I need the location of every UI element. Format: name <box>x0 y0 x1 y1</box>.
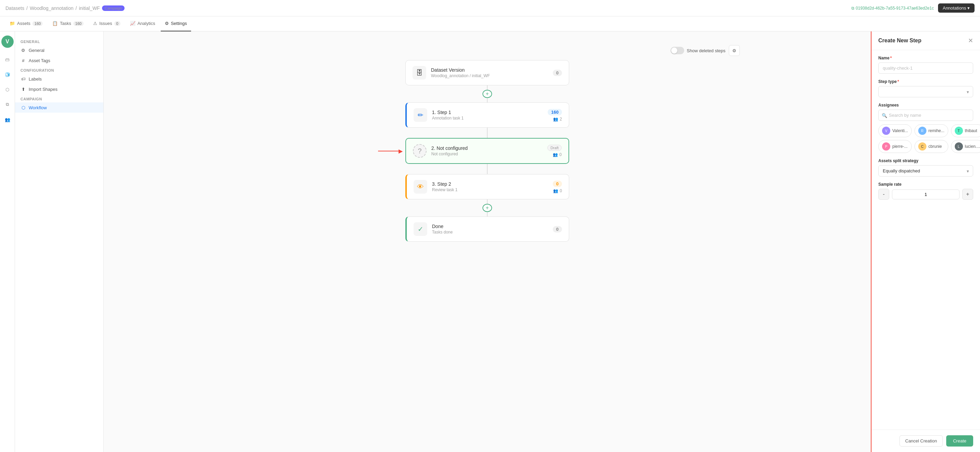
tab-tasks[interactable]: 📋 Tasks 160 <box>48 16 88 32</box>
name-field-group: Name* <box>878 56 973 74</box>
tab-analytics[interactable]: 📈 Analytics <box>126 16 159 32</box>
assignee-chip-lucien[interactable]: L lucien.... <box>951 140 980 153</box>
sidebar-general-label: General <box>15 37 103 45</box>
tab-issues[interactable]: ⚠ Issues 0 <box>89 16 124 32</box>
panel-header: Create New Step ✕ <box>872 32 980 50</box>
split-strategy-label: Assets split strategy <box>878 158 973 163</box>
assignee-pierre-label: pierre-... <box>892 144 908 149</box>
canvas-toolbar: Show deleted steps ⚙ <box>104 42 746 59</box>
show-deleted-label: Show deleted steps <box>687 48 725 53</box>
tab-settings[interactable]: ⚙ Settings <box>161 16 191 32</box>
tab-assets[interactable]: 📁 Assets 160 <box>5 16 47 32</box>
step2-icon: 👁 <box>414 180 427 194</box>
nav-datasets[interactable]: 🗃 <box>2 53 14 65</box>
assignee-thibaut-label: thibaut <box>965 128 977 133</box>
assignees-search-input[interactable] <box>878 110 973 121</box>
tab-tasks-count: 160 <box>73 21 84 26</box>
panel-title: Create New Step <box>878 38 921 44</box>
commit-id[interactable]: ⧉ 01938d2d-462b-7a55-9173-47ae63ed2e1c <box>851 6 934 11</box>
workflow-canvas: Show deleted steps ⚙ 🗄 Dataset Version W… <box>104 32 871 452</box>
assignees-label: Assignees <box>878 103 973 108</box>
breadcrumb-datasets[interactable]: Datasets <box>5 5 24 11</box>
nav-models[interactable]: 🧊 <box>2 68 14 81</box>
workflow-node-step2[interactable]: 👁 3. Step 2 Review task 1 0 👥 0 <box>406 174 569 199</box>
canvas-gear-button[interactable]: ⚙ <box>729 45 740 56</box>
not-configured-icon: ? <box>413 144 426 158</box>
issues-icon: ⚠ <box>93 21 97 26</box>
add-step-btn-2[interactable]: + <box>482 204 492 212</box>
annotations-button[interactable]: Annotations ▾ <box>938 3 975 13</box>
sidebar-item-workflow[interactable]: ⬡ Workflow <box>15 102 103 113</box>
app-logo: V <box>2 35 14 48</box>
assignee-chip-valenti[interactable]: V Valenti... <box>878 124 912 137</box>
breadcrumb-sep1: / <box>26 5 28 11</box>
sidebar-config-label: Configuration <box>15 65 103 74</box>
create-button[interactable]: Create <box>946 435 973 447</box>
done-icon: ✓ <box>414 222 427 236</box>
tasks-icon: 📋 <box>52 21 58 26</box>
step-type-select[interactable] <box>878 86 973 97</box>
avatar-remihe: R <box>918 127 926 135</box>
assignee-chip-remihe[interactable]: R remihe... <box>915 124 948 137</box>
sidebar-item-labels[interactable]: 🏷 Labels <box>15 74 103 84</box>
add-step-btn-1[interactable]: + <box>482 90 492 98</box>
settings-icon: ⚙ <box>165 21 169 26</box>
name-input[interactable] <box>878 62 973 74</box>
sidebar-item-import-shapes[interactable]: ⬆ Import Shapes <box>15 84 103 94</box>
labels-icon: 🏷 <box>21 76 26 81</box>
step-type-label: Step type* <box>878 79 973 84</box>
panel-close-button[interactable]: ✕ <box>968 37 973 45</box>
step2-assignee-count: 0 <box>560 188 562 193</box>
show-deleted-toggle[interactable] <box>670 47 684 54</box>
sidebar-item-general[interactable]: ⚙ General <box>15 45 103 55</box>
assignee-chip-cbrunie[interactable]: C cbrunie <box>915 140 948 153</box>
step1-assignee-count: 2 <box>560 117 562 121</box>
nav-people[interactable]: 👥 <box>2 113 14 126</box>
tab-assets-label: Assets <box>17 21 30 26</box>
main-layout: V 🗃 🧊 ⬡ ⧉ 👥 General ⚙ General # Asset Ta… <box>0 32 980 452</box>
step-type-field-group: Step type* <box>878 79 973 97</box>
step1-subtitle: Annotation task 1 <box>432 116 543 121</box>
assignee-chip-thibaut[interactable]: T thibaut <box>951 124 980 137</box>
workflow-node-done[interactable]: ✓ Done Tasks done 0 <box>406 216 569 242</box>
sample-rate-minus-btn[interactable]: - <box>878 189 889 200</box>
step2-count: 0 <box>553 181 562 187</box>
sidebar-item-asset-tags[interactable]: # Asset Tags <box>15 55 103 65</box>
nav-pipelines[interactable]: ⬡ <box>2 83 14 95</box>
search-icon: 🔍 <box>882 113 887 118</box>
assignee-remihe-label: remihe... <box>929 128 945 133</box>
sample-rate-label: Sample rate <box>878 182 973 187</box>
assignee-chip-pierre[interactable]: P pierre-... <box>878 140 912 153</box>
workflow-node-dataset[interactable]: 🗄 Dataset Version Woodlog_annotation / i… <box>406 60 569 85</box>
campaign-badge: Campaign <box>102 5 124 11</box>
breadcrumb-woodlog[interactable]: Woodlog_annotation <box>30 5 73 11</box>
assets-icon: 📁 <box>10 21 15 26</box>
copy-icon: ⧉ <box>851 6 854 11</box>
sample-rate-input[interactable] <box>892 189 959 199</box>
step1-stats: 160 👥 2 <box>548 109 562 121</box>
nav-layers[interactable]: ⧉ <box>2 98 14 111</box>
step2-stats: 0 👥 0 <box>553 181 562 193</box>
workflow-node-not-configured[interactable]: ? 2. Not configured Not configured Draft… <box>406 138 569 164</box>
tabs-bar: 📁 Assets 160 📋 Tasks 160 ⚠ Issues 0 📈 An… <box>0 16 980 32</box>
step2-title: 3. Step 2 <box>432 181 548 187</box>
draft-badge: Draft <box>547 145 562 151</box>
name-required: * <box>890 56 892 60</box>
cancel-creation-button[interactable]: Cancel Creation <box>899 435 943 447</box>
dataset-count: 0 <box>553 70 562 76</box>
not-configured-assignees: 👥 0 <box>553 152 562 157</box>
toggle-knob <box>671 48 677 54</box>
step2-info: 3. Step 2 Review task 1 <box>432 181 548 192</box>
sample-rate-plus-btn[interactable]: + <box>962 189 973 200</box>
split-strategy-field-group: Assets split strategy Equally dispatched… <box>878 158 973 177</box>
tab-settings-label: Settings <box>171 21 187 26</box>
step2-assignees: 👥 0 <box>553 188 562 193</box>
show-deleted-toggle-row: Show deleted steps <box>670 47 725 54</box>
step1-title: 1. Step 1 <box>432 110 543 115</box>
top-bar-left: Datasets / Woodlog_annotation / initial_… <box>5 5 124 11</box>
workflow-node-step1[interactable]: ✏ 1. Step 1 Annotation task 1 160 👥 2 <box>406 102 569 128</box>
dataset-icon: 🗄 <box>412 66 426 80</box>
split-strategy-select[interactable]: Equally dispatched Random Sequential <box>878 165 973 177</box>
breadcrumb-wf[interactable]: initial_WF <box>79 5 100 11</box>
analytics-icon: 📈 <box>130 21 135 26</box>
